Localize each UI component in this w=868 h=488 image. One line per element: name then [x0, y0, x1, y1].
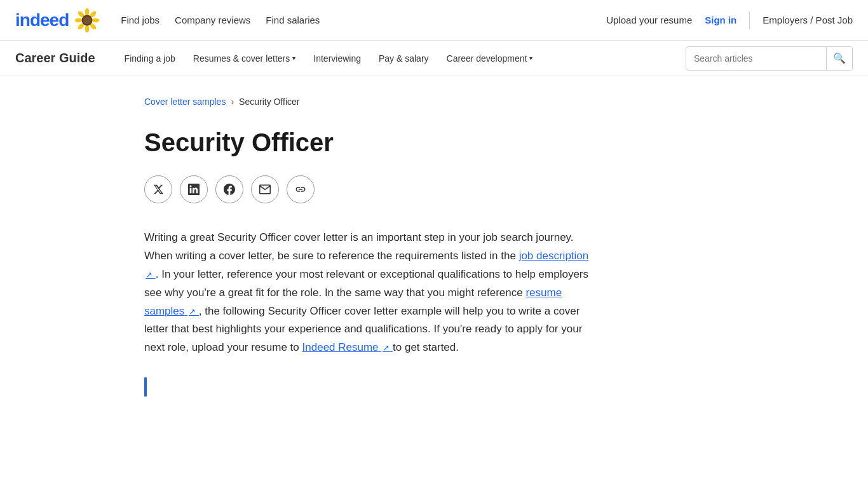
employers-link[interactable]: Employers / Post Job — [763, 15, 853, 25]
svg-point-2 — [92, 18, 100, 22]
chevron-down-icon: ▾ — [529, 55, 532, 62]
career-nav-links: Finding a job Resumes & cover letters ▾ … — [116, 41, 686, 76]
breadcrumb-link[interactable]: Cover letter samples — [144, 97, 226, 107]
svg-point-6 — [75, 18, 83, 22]
search-input[interactable] — [686, 53, 826, 64]
svg-point-9 — [83, 16, 92, 24]
top-nav: indeed Find jobs Company reviews Find sa… — [0, 0, 868, 41]
tab-finding-a-job[interactable]: Finding a job — [116, 41, 184, 76]
top-nav-links: Find jobs Company reviews Find salaries — [121, 15, 606, 25]
chevron-down-icon: ▾ — [292, 55, 295, 62]
career-guide-title: Career Guide — [15, 51, 95, 65]
share-twitter-button[interactable] — [144, 175, 172, 203]
upload-resume-link[interactable]: Upload your resume — [606, 15, 692, 25]
external-link-icon: ↗ — [146, 270, 153, 280]
nav-divider — [749, 11, 750, 29]
share-email-button[interactable] — [251, 175, 279, 203]
logo-area: indeed — [15, 7, 100, 34]
sunflower-icon — [74, 7, 100, 34]
article-title: Security Officer — [144, 127, 724, 158]
external-link-icon: ↗ — [189, 307, 196, 316]
tab-interviewing[interactable]: Interviewing — [304, 41, 370, 76]
external-link-icon: ↗ — [383, 343, 390, 353]
nav-find-salaries[interactable]: Find salaries — [266, 15, 320, 25]
share-buttons — [144, 175, 724, 203]
main-content: Cover letter samples › Security Officer … — [129, 76, 739, 417]
breadcrumb-current: Security Officer — [239, 97, 299, 107]
breadcrumb-separator: › — [231, 97, 234, 107]
tab-career-development[interactable]: Career development ▾ — [438, 41, 542, 76]
nav-company-reviews[interactable]: Company reviews — [175, 15, 250, 25]
svg-point-4 — [85, 25, 90, 32]
article-body-mid: . In your letter, reference your most re… — [144, 268, 588, 299]
section-hint — [144, 377, 724, 396]
indeed-logo[interactable]: indeed — [15, 10, 69, 30]
career-guide-nav: Career Guide Finding a job Resumes & cov… — [0, 41, 868, 76]
copy-link-button[interactable] — [287, 175, 315, 203]
tab-resumes-cover-letters[interactable]: Resumes & cover letters ▾ — [184, 41, 305, 76]
share-linkedin-button[interactable] — [180, 175, 208, 203]
article-body-intro: Writing a great Security Officer cover l… — [144, 231, 574, 262]
svg-point-0 — [85, 8, 90, 15]
tab-pay-salary[interactable]: Pay & salary — [370, 41, 438, 76]
breadcrumb: Cover letter samples › Security Officer — [144, 97, 724, 107]
search-area: 🔍 — [686, 46, 853, 71]
nav-find-jobs[interactable]: Find jobs — [121, 15, 159, 25]
search-button[interactable]: 🔍 — [826, 47, 852, 70]
top-nav-right: Upload your resume Sign in Employers / P… — [606, 11, 853, 29]
share-facebook-button[interactable] — [215, 175, 243, 203]
article-body: Writing a great Security Officer cover l… — [144, 229, 589, 357]
sign-in-link[interactable]: Sign in — [705, 15, 736, 25]
indeed-resume-link[interactable]: Indeed Resume ↗ — [302, 341, 393, 353]
